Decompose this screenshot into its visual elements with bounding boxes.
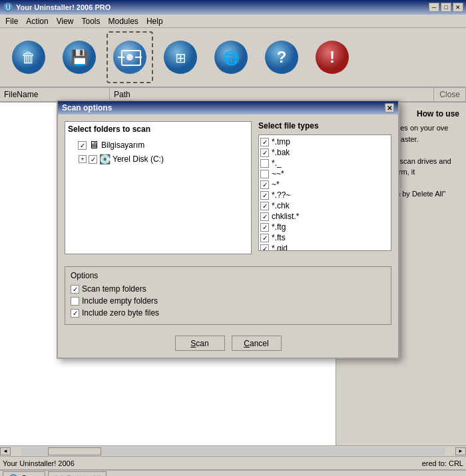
dialog-title-bar: Scan options ✕ bbox=[58, 101, 398, 115]
tools-icon: ⊞ bbox=[163, 40, 198, 75]
option-checkbox-1[interactable] bbox=[71, 297, 79, 306]
status-left: Your Uninstaller! 2006 bbox=[3, 459, 75, 467]
menu-action[interactable]: Action bbox=[22, 15, 52, 27]
filetype-checkbox-9[interactable] bbox=[260, 234, 269, 242]
status-bar: Your Uninstaller! 2006 ered to: CRL bbox=[0, 456, 466, 469]
toolbar-tools[interactable]: ⊞ bbox=[157, 31, 204, 83]
title-bar: U Your Uninstaller! 2006 PRO ─ □ ✕ bbox=[0, 0, 466, 15]
close-button[interactable]: ✕ bbox=[453, 3, 463, 12]
toolbar-help[interactable]: ? bbox=[258, 31, 305, 83]
svg-text:🌐: 🌐 bbox=[223, 50, 240, 66]
bottom-toolbar: Scan Delete All bbox=[0, 469, 466, 476]
filetype-checkbox-5[interactable] bbox=[260, 191, 269, 200]
filetypes-list[interactable]: *.tmp *.bak *._ ~~* ~* bbox=[258, 134, 391, 251]
filetype-checkbox-8[interactable] bbox=[260, 223, 269, 232]
filetypes-pane: Select file types *.tmp *.bak *._ ~~* bbox=[258, 121, 391, 254]
toolbar-uninstall[interactable]: 🗑 bbox=[5, 31, 52, 83]
delete-all-button[interactable]: Delete All bbox=[48, 471, 107, 476]
option-label-2: Include zero byte files bbox=[82, 308, 159, 318]
filetype-checkbox-0[interactable] bbox=[260, 138, 269, 146]
menu-tools[interactable]: Tools bbox=[78, 15, 105, 27]
folder-item-computer: 🖥 Bilgisayarım bbox=[68, 138, 248, 152]
disk-icon: 💽 bbox=[99, 154, 111, 164]
dialog-body: Select folders to scan 🖥 Bilgisayarım + … bbox=[58, 115, 398, 261]
filetype-label-7: chklist.* bbox=[272, 212, 299, 221]
toolbar-about[interactable]: ! bbox=[309, 31, 355, 83]
toolbar: 🗑 💾 ⊞ 🌐 bbox=[0, 28, 466, 88]
dialog-cancel-button[interactable]: Cancel bbox=[232, 336, 282, 351]
folder-label-computer: Bilgisayarım bbox=[101, 140, 144, 150]
scrollbar-thumb[interactable] bbox=[48, 447, 101, 455]
filetype-label-8: *.ftg bbox=[272, 222, 286, 232]
close-header[interactable]: Close bbox=[434, 88, 466, 102]
delete-btn-icon bbox=[54, 473, 65, 476]
backup-icon: 💾 bbox=[62, 40, 97, 75]
folder-checkbox-disk[interactable] bbox=[89, 155, 97, 164]
filetype-item-0: *.tmp bbox=[260, 136, 389, 147]
filetype-label-4: ~* bbox=[272, 180, 280, 189]
filetype-checkbox-6[interactable] bbox=[260, 202, 269, 210]
menu-modules[interactable]: Modules bbox=[105, 15, 142, 27]
dialog-scan-button[interactable]: Scan bbox=[175, 336, 225, 351]
option-checkbox-0[interactable] bbox=[71, 285, 79, 294]
toolbar-scan[interactable] bbox=[107, 31, 153, 83]
menu-help[interactable]: Help bbox=[142, 15, 167, 27]
scan-button[interactable]: Scan bbox=[3, 471, 45, 476]
filetype-checkbox-7[interactable] bbox=[260, 212, 269, 221]
filetype-checkbox-4[interactable] bbox=[260, 180, 269, 189]
filetype-checkbox-1[interactable] bbox=[260, 148, 269, 157]
menu-view[interactable]: View bbox=[53, 15, 78, 27]
options-title: Options bbox=[71, 271, 385, 280]
scroll-right-arrow[interactable]: ► bbox=[455, 447, 466, 455]
folders-title: Select folders to scan bbox=[68, 124, 248, 134]
dialog-close-button[interactable]: ✕ bbox=[385, 103, 394, 113]
scrollbar-track[interactable] bbox=[21, 447, 445, 455]
filetype-item-8: *.ftg bbox=[260, 222, 389, 232]
filetype-item-9: *.fts bbox=[260, 232, 389, 243]
toolbar-backup[interactable]: 💾 bbox=[56, 31, 103, 83]
menu-bar: File Action View Tools Modules Help bbox=[0, 15, 466, 28]
filetype-label-5: *.??~ bbox=[272, 190, 290, 200]
toolbar-internet[interactable]: 🌐 bbox=[208, 31, 254, 83]
folder-expand-disk[interactable]: + bbox=[79, 155, 87, 163]
filetype-item-5: *.??~ bbox=[260, 190, 389, 200]
scan-btn-icon bbox=[9, 473, 19, 476]
filetype-label-1: *.bak bbox=[272, 148, 290, 157]
svg-text:💾: 💾 bbox=[71, 49, 89, 67]
filetype-checkbox-3[interactable] bbox=[260, 170, 269, 178]
option-checkbox-2[interactable] bbox=[71, 309, 79, 318]
filetype-item-10: *.gid bbox=[260, 243, 389, 251]
menu-file[interactable]: File bbox=[1, 15, 22, 27]
filetype-item-4: ~* bbox=[260, 179, 389, 190]
maximize-button[interactable]: □ bbox=[441, 3, 451, 12]
svg-text:U: U bbox=[5, 4, 10, 11]
about-icon: ! bbox=[315, 40, 350, 75]
filetype-item-2: *._ bbox=[260, 158, 389, 168]
svg-point-10 bbox=[126, 54, 133, 61]
cancel-label-rest: ancel bbox=[250, 339, 269, 348]
folder-label-disk: Yerel Disk (C:) bbox=[113, 154, 164, 164]
dialog-buttons: Scan Cancel bbox=[58, 330, 398, 357]
internet-icon: 🌐 bbox=[214, 40, 248, 75]
filetype-label-0: *.tmp bbox=[272, 137, 290, 146]
svg-text:⊞: ⊞ bbox=[175, 51, 186, 65]
folder-item-disk: + 💽 Yerel Disk (C:) bbox=[68, 152, 248, 166]
app-icon: U bbox=[3, 2, 13, 13]
filetype-checkbox-10[interactable] bbox=[260, 244, 269, 252]
svg-text:?: ? bbox=[277, 48, 287, 66]
option-label-0: Scan temp folders bbox=[82, 284, 146, 294]
uninstall-icon: 🗑 bbox=[11, 40, 46, 75]
filetype-item-1: *.bak bbox=[260, 147, 389, 158]
filetype-item-3: ~~* bbox=[260, 168, 389, 179]
status-right: ered to: CRL bbox=[422, 459, 463, 467]
filetype-checkbox-2[interactable] bbox=[260, 159, 269, 168]
scroll-left-arrow[interactable]: ◄ bbox=[0, 447, 11, 455]
scan-options-dialog: Scan options ✕ Select folders to scan 🖥 … bbox=[57, 100, 399, 359]
scan-icon bbox=[113, 40, 147, 75]
help-icon: ? bbox=[264, 40, 299, 75]
filetype-label-10: *.gid bbox=[272, 244, 288, 251]
filetypes-title: Select file types bbox=[258, 121, 391, 130]
minimize-button[interactable]: ─ bbox=[429, 3, 439, 12]
folder-checkbox-computer[interactable] bbox=[78, 141, 87, 150]
horizontal-scrollbar[interactable]: ◄ ► bbox=[0, 445, 466, 456]
